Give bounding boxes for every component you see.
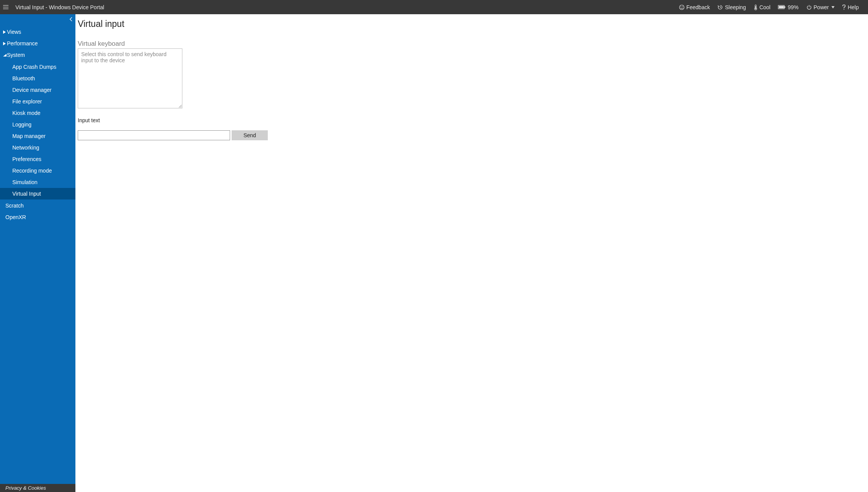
svg-marker-16 (3, 54, 7, 57)
nav-label: Views (7, 28, 21, 36)
svg-rect-9 (779, 6, 784, 8)
power-menu[interactable]: Power (803, 0, 839, 14)
sleep-status[interactable]: Sleeping (714, 0, 750, 14)
nav-group-system[interactable]: System (0, 50, 75, 60)
nav-label: OpenXR (5, 213, 26, 221)
question-icon (842, 5, 846, 10)
svg-point-13 (844, 9, 845, 10)
nav-system-children: App Crash Dumps Bluetooth Device manager… (0, 61, 75, 199)
nav-item-networking[interactable]: Networking (0, 142, 75, 153)
triangle-down-icon (3, 54, 7, 57)
send-button[interactable]: Send (232, 130, 268, 140)
privacy-cookies-link[interactable]: Privacy & Cookies (0, 484, 75, 492)
svg-point-5 (682, 6, 683, 7)
main-content: Virtual input Virtual keyboard Input tex… (75, 14, 868, 492)
nav-item-kiosk-mode[interactable]: Kiosk mode (0, 107, 75, 119)
svg-marker-14 (3, 30, 6, 34)
help-button[interactable]: Help (838, 0, 863, 14)
nav-item-recording-mode[interactable]: Recording mode (0, 165, 75, 176)
nav-item-preferences[interactable]: Preferences (0, 153, 75, 165)
nav-item-app-crash-dumps[interactable]: App Crash Dumps (0, 61, 75, 73)
triangle-right-icon (3, 42, 7, 45)
history-icon (718, 5, 723, 10)
page-title: Virtual input (78, 19, 861, 29)
svg-marker-12 (831, 6, 835, 8)
battery-icon (778, 5, 786, 9)
help-label: Help (848, 4, 859, 10)
svg-marker-15 (3, 42, 6, 45)
battery-status[interactable]: 99% (774, 0, 802, 14)
feedback-button[interactable]: Feedback (675, 0, 714, 14)
input-text-field[interactable] (78, 130, 230, 140)
titlebar: Virtual Input - Windows Device Portal Fe… (0, 0, 868, 14)
collapse-sidebar-icon[interactable] (69, 17, 73, 22)
thermometer-icon (754, 4, 758, 10)
nav-item-bluetooth[interactable]: Bluetooth (0, 73, 75, 84)
temperature-status[interactable]: Cool (750, 0, 775, 14)
menu-icon[interactable] (3, 5, 12, 9)
nav-item-logging[interactable]: Logging (0, 119, 75, 130)
sidebar-nav: Views Performance System App Crash Dumps… (0, 14, 75, 223)
battery-label: 99% (788, 4, 798, 10)
svg-point-3 (679, 5, 684, 10)
power-icon (806, 5, 812, 10)
chevron-down-icon (831, 6, 835, 8)
nav-label: Performance (7, 40, 38, 47)
smiley-icon (679, 5, 684, 10)
temperature-label: Cool (760, 4, 771, 10)
svg-rect-10 (785, 7, 785, 8)
virtual-keyboard-textarea[interactable] (78, 48, 182, 108)
nav-item-virtual-input[interactable]: Virtual Input (0, 188, 75, 199)
power-label: Power (814, 4, 829, 10)
sidebar: Views Performance System App Crash Dumps… (0, 14, 75, 492)
nav-label: Scratch (5, 202, 23, 209)
nav-item-device-manager[interactable]: Device manager (0, 84, 75, 96)
nav-label: System (7, 51, 25, 59)
nav-group-performance[interactable]: Performance (0, 38, 75, 49)
nav-item-map-manager[interactable]: Map manager (0, 130, 75, 142)
nav-item-scratch[interactable]: Scratch (0, 200, 75, 211)
virtual-keyboard-title: Virtual keyboard (78, 40, 861, 48)
nav-item-simulation[interactable]: Simulation (0, 176, 75, 188)
svg-point-4 (681, 6, 681, 7)
window-title: Virtual Input - Windows Device Portal (15, 4, 104, 10)
feedback-label: Feedback (686, 4, 710, 10)
nav-item-openxr[interactable]: OpenXR (0, 212, 75, 223)
svg-point-6 (755, 8, 756, 9)
triangle-right-icon (3, 30, 7, 34)
nav-item-file-explorer[interactable]: File explorer (0, 96, 75, 107)
input-text-label: Input text (78, 117, 861, 123)
nav-group-views[interactable]: Views (0, 27, 75, 37)
sleep-label: Sleeping (725, 4, 746, 10)
